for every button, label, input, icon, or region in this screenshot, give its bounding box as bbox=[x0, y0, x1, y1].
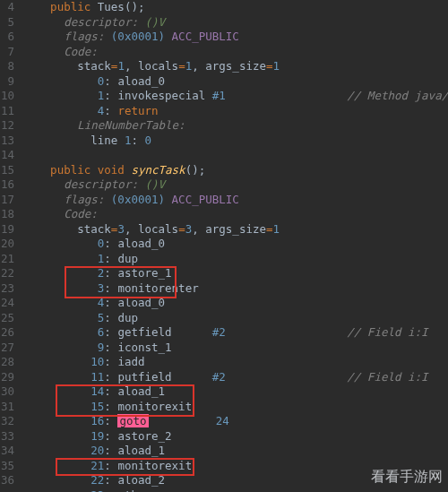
args-value: 1 bbox=[273, 222, 280, 236]
bc-index: 10 bbox=[90, 355, 104, 368]
locals-label: locals bbox=[138, 59, 178, 73]
stack-label: stack bbox=[77, 222, 111, 236]
code-line[interactable]: 31 15: monitorexit bbox=[0, 400, 448, 415]
code-line[interactable]: 34 20: aload_1 bbox=[0, 444, 448, 459]
gutter-number: 35 bbox=[0, 459, 18, 474]
opcode-goto: goto bbox=[117, 414, 148, 427]
flags-label: flags: bbox=[64, 193, 104, 206]
code-line[interactable]: 22 2: astore_1 bbox=[0, 266, 448, 281]
code-line[interactable]: 30 14: aload_1 bbox=[0, 384, 448, 400]
gutter-number: 14 bbox=[0, 148, 18, 163]
code-line[interactable]: 26 6: getfield #2 // Field i:I bbox=[0, 325, 448, 341]
keyword-public: public bbox=[50, 163, 90, 177]
opcode: iconst_1 bbox=[117, 341, 171, 354]
opcode: aload_1 bbox=[117, 444, 165, 457]
gutter-number: 30 bbox=[0, 384, 18, 400]
code-line[interactable]: 4 public Tues(); bbox=[0, 0, 448, 15]
code-line[interactable]: 12 LineNumberTable: bbox=[0, 118, 448, 134]
branch-target: 24 bbox=[216, 414, 229, 427]
opcode: invokespecial bbox=[117, 89, 205, 102]
gutter-number: 12 bbox=[0, 118, 18, 134]
paren: (); bbox=[185, 163, 206, 177]
gutter-number: 16 bbox=[0, 177, 18, 193]
opcode-return: return bbox=[117, 104, 158, 117]
class-name: Tues bbox=[98, 0, 125, 13]
code-line[interactable]: 32 16: goto 24 bbox=[0, 414, 448, 429]
descriptor-value: ()V bbox=[144, 177, 165, 191]
keyword-void: void bbox=[98, 163, 125, 177]
code-line[interactable]: 24 4: aload_0 bbox=[0, 296, 448, 311]
keyword-public: public bbox=[50, 0, 90, 13]
gutter-number: 18 bbox=[0, 207, 18, 222]
bc-index: 9 bbox=[98, 341, 105, 354]
code-line[interactable]: 17 flags: (0x0001) ACC_PUBLIC bbox=[0, 193, 448, 208]
code-line[interactable]: 13 line 1: 0 bbox=[0, 134, 448, 149]
bc-index: 11 bbox=[90, 370, 104, 384]
code-line[interactable]: 29 11: putfield #2 // Field i:I bbox=[0, 370, 448, 385]
comment: // Field i:I bbox=[347, 325, 427, 339]
descriptor-label: descriptor: bbox=[64, 15, 138, 29]
gutter-number: 11 bbox=[0, 104, 18, 119]
code-line[interactable]: 5 descriptor: ()V bbox=[0, 15, 448, 30]
gutter-number: 21 bbox=[0, 252, 18, 267]
code-line[interactable]: 27 9: iconst_1 bbox=[0, 341, 448, 356]
flags-hex: (0x0001) bbox=[111, 30, 165, 43]
code-line[interactable]: 20 0: aload_0 bbox=[0, 237, 448, 252]
opcode: getfield bbox=[117, 325, 171, 339]
method-name: syncTask bbox=[131, 163, 185, 177]
gutter-number: 6 bbox=[0, 30, 18, 45]
opcode: iadd bbox=[117, 355, 144, 368]
opcode-monitorexit: monitorexit bbox=[117, 400, 192, 413]
code-line[interactable]: 25 5: dup bbox=[0, 311, 448, 326]
opcode: aload_1 bbox=[117, 384, 165, 398]
code-line[interactable]: 33 19: astore_2 bbox=[0, 429, 448, 445]
code-line[interactable]: 28 10: iadd bbox=[0, 355, 448, 370]
args-value: 1 bbox=[273, 59, 280, 73]
bc-index: 0 bbox=[98, 74, 105, 88]
gutter-number: 26 bbox=[0, 325, 18, 341]
code-line[interactable]: 15 public void syncTask(); bbox=[0, 163, 448, 178]
stack-label: stack bbox=[77, 59, 111, 73]
gutter-number: 7 bbox=[0, 45, 18, 60]
cp-ref: #2 bbox=[212, 370, 226, 384]
code-line[interactable]: 21 1: dup bbox=[0, 252, 448, 267]
lnt-src: 1 bbox=[125, 134, 132, 147]
code-line: 14 bbox=[0, 148, 448, 163]
code-line[interactable]: 18 Code: bbox=[0, 207, 448, 222]
gutter-number: 24 bbox=[0, 296, 18, 311]
opcode-monitorexit: monitorexit bbox=[117, 459, 192, 472]
descriptor-value: ()V bbox=[144, 15, 165, 29]
bc-index: 1 bbox=[98, 89, 105, 102]
locals-value: 1 bbox=[185, 59, 193, 73]
bc-index: 22 bbox=[90, 473, 104, 487]
comment: // Method java/lang/Obje bbox=[347, 89, 448, 102]
bc-index: 23 bbox=[90, 488, 104, 493]
opcode: aload_0 bbox=[117, 74, 165, 88]
code-line[interactable]: 6 flags: (0x0001) ACC_PUBLIC bbox=[0, 30, 448, 45]
flags-label: flags: bbox=[64, 30, 104, 43]
code-line[interactable]: 16 descriptor: ()V bbox=[0, 177, 448, 193]
code-line[interactable]: 8 stack=1, locals=1, args_size=1 bbox=[0, 59, 448, 74]
code-line[interactable]: 10 1: invokespecial #1 // Method java/la… bbox=[0, 89, 448, 104]
gutter-number: 4 bbox=[0, 0, 18, 15]
code-line[interactable]: 7 Code: bbox=[0, 45, 448, 60]
gutter-number: 29 bbox=[0, 370, 18, 385]
code-line[interactable]: 19 stack=3, locals=3, args_size=1 bbox=[0, 222, 448, 237]
gutter-number: 31 bbox=[0, 400, 18, 415]
bc-index: 4 bbox=[98, 296, 105, 309]
opcode: aload_0 bbox=[117, 237, 165, 250]
opcode-monitorenter: monitorenter bbox=[117, 281, 198, 295]
comment: // Field i:I bbox=[347, 370, 427, 384]
opcode: astore_2 bbox=[117, 429, 171, 443]
code-line[interactable]: 9 0: aload_0 bbox=[0, 74, 448, 90]
flags-hex: (0x0001) bbox=[111, 193, 165, 206]
code-editor[interactable]: 4 public Tues(); 5 descriptor: ()V 6 fla… bbox=[0, 0, 448, 492]
linenumbertable-label: LineNumberTable: bbox=[77, 118, 185, 132]
descriptor-label: descriptor: bbox=[64, 177, 138, 191]
code-line[interactable]: 11 4: return bbox=[0, 104, 448, 119]
code-line[interactable]: 23 3: monitorenter bbox=[0, 281, 448, 297]
args-label: args_size bbox=[205, 222, 266, 236]
gutter-number: 28 bbox=[0, 355, 18, 370]
code-line[interactable]: 23: athrow bbox=[0, 488, 448, 493]
gutter-number: 32 bbox=[0, 414, 18, 429]
